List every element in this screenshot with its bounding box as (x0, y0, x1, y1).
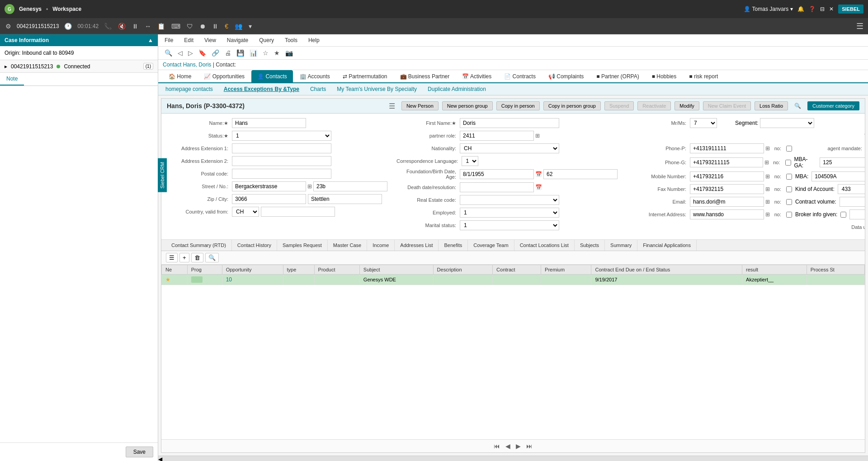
star-filled-tool-icon[interactable]: ★ (272, 48, 282, 57)
btn-suspend[interactable]: Suspend (604, 101, 634, 110)
scroll-left-icon[interactable]: ◀ (158, 456, 162, 461)
btn-reactivate[interactable]: Reactivate (637, 101, 671, 110)
real-estate-select[interactable] (460, 195, 559, 205)
col-prog[interactable]: Prog (187, 265, 222, 275)
street-lookup-icon[interactable]: ⊞ (307, 183, 312, 190)
segment-select[interactable] (760, 118, 814, 128)
btab-samples-request[interactable]: Samples Request (277, 240, 328, 251)
record-menu-icon[interactable]: ☰ (386, 102, 398, 110)
case-info-collapse-icon[interactable]: ▲ (148, 37, 153, 43)
phone-p-input[interactable] (690, 143, 764, 153)
note-tab[interactable]: Note (0, 73, 24, 86)
broker-date-input[interactable] (849, 209, 865, 219)
subtab-homepage-contacts[interactable]: homepage contacts (163, 85, 216, 93)
birthdate-input[interactable] (460, 169, 534, 179)
mba-input[interactable] (811, 171, 865, 181)
btab-addresses-list[interactable]: Addresses List (395, 240, 439, 251)
partner-role-lookup-icon[interactable]: ⊞ (535, 133, 540, 139)
email-icon[interactable]: ⊞ (765, 199, 770, 205)
mobile-icon[interactable]: ⊞ (765, 173, 770, 180)
menu-query[interactable]: Query (257, 36, 276, 44)
link-tool-icon[interactable]: 🔗 (210, 48, 221, 57)
nationality-select[interactable]: CH (460, 143, 559, 153)
col-type[interactable]: type (283, 265, 314, 275)
tab-accounts[interactable]: 🏢 Accounts (294, 70, 336, 82)
note-textarea[interactable] (4, 90, 154, 338)
save-button[interactable]: Save (126, 447, 153, 457)
internet-icon[interactable]: ⊞ (765, 211, 770, 218)
zip-input[interactable] (232, 194, 306, 204)
corr-lang-select[interactable]: 1 (462, 156, 478, 166)
birthdate-calendar-icon[interactable]: 📅 (535, 171, 542, 177)
breadcrumb-contact-link[interactable]: Contact Hans, Doris (163, 62, 211, 68)
tab-contacts[interactable]: 👤 Contacts (251, 70, 293, 82)
pause-icon[interactable]: ⏸ (211, 22, 219, 31)
help-icon[interactable]: ❓ (809, 6, 816, 12)
euro-icon[interactable]: € (224, 22, 229, 31)
close-icon[interactable]: ✕ (829, 6, 834, 12)
col-ne[interactable]: Ne (162, 265, 188, 275)
mrms-select[interactable]: 7 (690, 118, 717, 128)
camera-tool-icon[interactable]: 📷 (283, 48, 295, 57)
name-input[interactable] (232, 118, 306, 128)
print-tool-icon[interactable]: 🖨 (223, 48, 233, 57)
col-opportunity[interactable]: Opportunity (222, 265, 283, 275)
btab-master-case[interactable]: Master Case (328, 240, 367, 251)
street-no-input[interactable] (313, 181, 387, 191)
firstname-input[interactable] (460, 118, 559, 128)
tab-hobbies[interactable]: ■ Hobbies (646, 70, 683, 82)
death-date-calendar-icon[interactable]: 📅 (535, 184, 542, 190)
btn-loss-ratio[interactable]: Loss Ratio (755, 101, 788, 110)
tab-opportunities[interactable]: 📈 Opportunities (198, 70, 250, 82)
btn-new-claim-event[interactable]: New Claim Event (703, 101, 751, 110)
chart-tool-icon[interactable]: 📊 (248, 48, 259, 57)
addr2-input[interactable] (232, 156, 331, 166)
death-date-input[interactable] (460, 182, 534, 192)
street-input[interactable] (232, 181, 306, 191)
hold-icon[interactable]: ⏸ (131, 22, 139, 31)
btab-income[interactable]: Income (367, 240, 395, 251)
table-menu-btn[interactable]: ☰ (166, 253, 178, 262)
tab-home[interactable]: 🏠 Home (163, 70, 197, 82)
btn-modify[interactable]: Modify (675, 101, 699, 110)
phone-p-no-checkbox[interactable] (786, 146, 792, 152)
subtab-access-exceptions[interactable]: Access Exceptions By &Type (221, 85, 302, 93)
mba-ga-input[interactable] (820, 157, 865, 167)
col-process-status[interactable]: Process St (807, 265, 864, 275)
addr1-input[interactable] (232, 143, 331, 153)
col-description[interactable]: Description (433, 265, 493, 275)
page-last-btn[interactable]: ⏭ (524, 442, 534, 451)
btab-subjects[interactable]: Subjects (575, 240, 605, 251)
shield-icon[interactable]: 🛡 (186, 22, 194, 31)
hamburger-icon[interactable]: ☰ (856, 22, 863, 31)
phone-g-no-checkbox[interactable] (785, 160, 791, 166)
btab-benefits[interactable]: Benefits (439, 240, 468, 251)
mute-icon[interactable]: 🔇 (117, 22, 127, 31)
btn-copy-in-person-group[interactable]: Copy in person group (543, 101, 601, 110)
tab-partner-orpa[interactable]: ■ Partner (ORPA) (590, 70, 645, 82)
internet-input[interactable] (690, 209, 764, 219)
conference-icon[interactable]: 📋 (156, 22, 166, 31)
col-subject[interactable]: Subject (359, 265, 433, 275)
table-search-btn[interactable]: 🔍 (205, 253, 219, 262)
transfer-icon[interactable]: ↔ (144, 22, 152, 31)
mobile-input[interactable] (690, 171, 764, 181)
page-first-btn[interactable]: ⏮ (492, 442, 502, 451)
partner-role-input[interactable] (460, 131, 534, 141)
search-record-icon[interactable]: 🔍 (792, 103, 804, 109)
agent-icon[interactable]: 👥 (234, 22, 243, 31)
minimize-icon[interactable]: ⊟ (820, 6, 825, 12)
forward-tool-icon[interactable]: ▷ (186, 48, 195, 57)
btab-financial-apps[interactable]: Financial Applications (637, 240, 697, 251)
btab-summary[interactable]: Summary (605, 240, 637, 251)
record-icon[interactable]: ⏺ (198, 22, 207, 31)
postal-input[interactable] (232, 169, 331, 179)
call-icon[interactable]: 📞 (103, 22, 113, 31)
col-contract-end[interactable]: Contract End Due on / End Status (591, 265, 742, 275)
subtab-my-team[interactable]: My Team's Universe By Specialty (334, 85, 420, 93)
menu-help[interactable]: Help (307, 36, 321, 44)
menu-navigate[interactable]: Navigate (225, 36, 250, 44)
marital-select[interactable]: 1 (460, 220, 559, 230)
table-scroll[interactable]: Ne Prog Opportunity type Product Subject… (161, 265, 865, 439)
col-result[interactable]: result (742, 265, 807, 275)
